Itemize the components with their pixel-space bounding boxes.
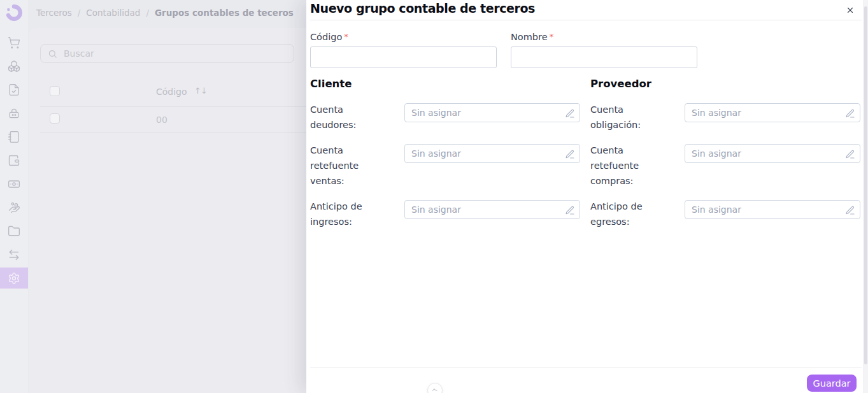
codigo-field[interactable] [310,46,497,68]
shopping-cart-icon [8,36,20,49]
required-marker: * [550,32,554,41]
sidebar-item-documents[interactable] [0,78,28,101]
table-row-divider [40,132,306,133]
table-header-divider [40,106,306,107]
modal-scrollbar[interactable] [864,0,868,393]
search-placeholder: Buscar [64,48,94,59]
sidebar-item-wallet[interactable] [0,148,28,172]
sort-icon[interactable]: ↑↓ [194,86,207,96]
transfer-arrows-icon [8,248,20,261]
edit-pencil-icon [565,108,575,118]
breadcrumb-contabilidad[interactable]: Contabilidad [86,8,140,18]
hand-coins-icon [8,201,20,214]
cuenta-retefuente-ventas-label: Cuenta retefuente ventas: [310,143,388,189]
anticipo-ingresos-field[interactable] [404,200,580,219]
section-proveedor-heading: Proveedor [590,78,651,90]
column-header-codigo[interactable]: Código [156,87,187,97]
sidebar-item-purchases[interactable] [0,101,28,125]
banknote-icon [8,178,20,190]
select-all-checkbox[interactable] [50,86,60,96]
sidebar-item-sales[interactable] [0,31,28,54]
cuenta-retefuente-ventas-field[interactable] [404,144,580,163]
cuenta-deudores-label: Cuenta deudores: [310,102,388,132]
cuenta-obligacion-label: Cuenta obligación: [590,102,668,132]
edit-pencil-icon [845,205,855,215]
edit-pencil-icon [845,108,855,118]
sidebar-item-transfers[interactable] [0,243,28,266]
app-logo-icon[interactable] [6,4,22,21]
breadcrumb-terceros[interactable]: Terceros [36,8,72,18]
sidebar-item-payroll[interactable] [0,196,28,219]
sidebar-item-cash[interactable] [0,172,28,196]
row-code-cell: 00 [156,115,167,125]
anticipo-ingresos-label: Anticipo de ingresos: [310,199,388,229]
footer-divider [310,368,862,368]
edit-pencil-icon [565,149,575,159]
anticipo-egresos-field[interactable] [685,200,860,219]
file-check-icon [8,83,20,96]
cuenta-obligacion-field[interactable] [685,103,860,122]
edit-pencil-icon [565,205,575,215]
gear-icon [8,272,20,285]
cuenta-deudores-field[interactable] [404,103,580,122]
breadcrumb-current-page: Grupos contables de teceros [155,8,294,18]
nombre-field[interactable] [511,46,697,68]
notebook-icon [8,131,20,143]
required-marker: * [344,32,348,41]
section-cliente-heading: Cliente [310,78,352,90]
close-button[interactable] [843,3,857,17]
row-checkbox[interactable] [50,113,60,124]
sidebar [0,0,28,393]
breadcrumb: Terceros / Contabilidad / Grupos contabl… [36,8,294,18]
cuenta-retefuente-compras-label: Cuenta retefuente compras: [590,143,668,189]
breadcrumb-separator: / [78,8,81,18]
sidebar-item-settings[interactable] [0,268,28,289]
sidebar-item-inventory[interactable] [0,54,28,78]
boxes-icon [8,60,20,73]
title-divider [310,20,862,20]
codigo-label: Código* [310,32,348,42]
app-root: Terceros / Contabilidad / Grupos contabl… [0,0,868,393]
cuenta-retefuente-compras-field[interactable] [685,144,860,163]
nombre-label: Nombre* [511,32,553,42]
search-icon [48,49,57,59]
edit-pencil-icon [845,149,855,159]
sidebar-item-files[interactable] [0,219,28,243]
search-input[interactable]: Buscar [40,44,294,63]
folder-icon [8,225,20,238]
save-button[interactable]: Guardar [807,375,857,392]
graph-icon [432,386,439,393]
shopping-basket-icon [8,107,20,120]
wallet-icon [8,154,20,167]
modal-new-accounting-group: Nuevo grupo contable de terceros Código*… [306,0,868,393]
modal-title: Nuevo grupo contable de terceros [310,1,535,15]
close-icon [846,6,855,15]
breadcrumb-separator: / [146,8,149,18]
sidebar-item-journal[interactable] [0,125,28,148]
anticipo-egresos-label: Anticipo de egresos: [590,199,668,229]
help-fab[interactable] [427,383,443,393]
scrollbar-thumb[interactable] [864,6,867,364]
